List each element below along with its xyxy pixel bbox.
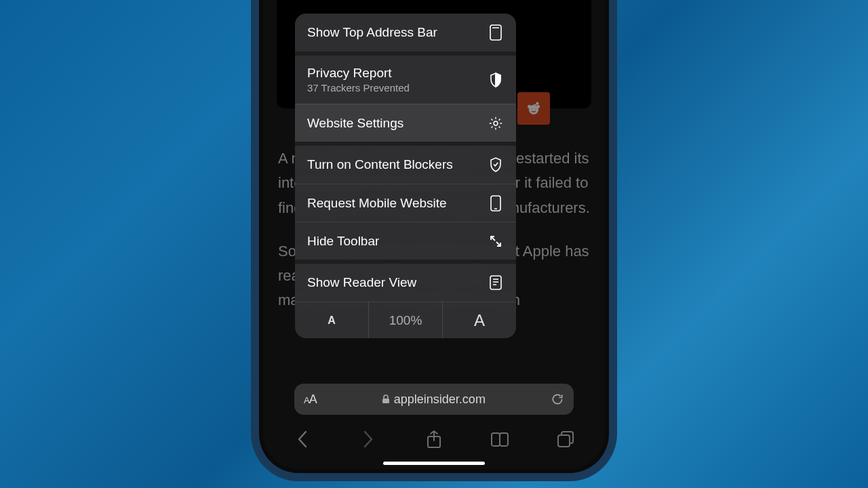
menu-item-label: Privacy Report: [307, 66, 488, 81]
show-top-address-bar-item[interactable]: Show Top Address Bar: [295, 14, 516, 52]
menu-item-label: Hide Toolbar: [307, 234, 488, 249]
expand-arrows-icon: [488, 233, 504, 249]
home-indicator[interactable]: [383, 462, 485, 465]
phone-screen: A new report claims that Apple has resta…: [263, 0, 605, 469]
font-decrease-button[interactable]: A: [295, 302, 368, 338]
reload-icon[interactable]: [551, 392, 564, 406]
menu-item-label: Turn on Content Blockers: [307, 157, 488, 172]
gear-icon: [488, 115, 504, 131]
menu-item-label: Show Top Address Bar: [307, 25, 488, 40]
address-bar[interactable]: AA appleinsider.com: [294, 384, 574, 415]
svg-rect-12: [490, 276, 501, 289]
website-settings-item[interactable]: Website Settings: [295, 104, 516, 142]
phone-bezel: A new report claims that Apple has resta…: [259, 0, 609, 473]
address-bar-center[interactable]: appleinsider.com: [317, 392, 551, 407]
menu-item-label: Website Settings: [307, 116, 488, 131]
request-mobile-website-item[interactable]: Request Mobile Website: [295, 184, 516, 222]
tabs-button[interactable]: [555, 428, 576, 450]
svg-rect-16: [382, 399, 389, 403]
phone-icon: [488, 195, 504, 211]
address-bar-top-icon: [488, 24, 504, 41]
reader-icon: [488, 274, 504, 291]
address-bar-domain: appleinsider.com: [394, 392, 486, 407]
font-increase-button[interactable]: A: [442, 302, 516, 338]
share-button[interactable]: [423, 428, 445, 450]
page-settings-menu: Show Top Address Bar Privacy Report 37 T…: [295, 14, 516, 338]
bookmarks-button[interactable]: [489, 428, 511, 450]
back-button[interactable]: [292, 428, 313, 450]
menu-item-label: Request Mobile Website: [307, 196, 488, 211]
privacy-report-item[interactable]: Privacy Report 37 Trackers Prevented: [295, 56, 516, 104]
show-reader-view-item[interactable]: Show Reader View: [295, 264, 516, 302]
hide-toolbar-item[interactable]: Hide Toolbar: [295, 222, 516, 260]
font-size-row: A 100% A: [295, 302, 516, 338]
browser-toolbar: [277, 424, 591, 454]
shield-icon: [488, 72, 504, 88]
font-percent-label[interactable]: 100%: [368, 302, 442, 338]
forward-button[interactable]: [357, 428, 379, 450]
svg-point-9: [494, 121, 498, 125]
text-size-icon[interactable]: AA: [304, 392, 317, 407]
content-blockers-item[interactable]: Turn on Content Blockers: [295, 146, 516, 184]
menu-item-label: Show Reader View: [307, 275, 488, 290]
shield-check-icon: [488, 157, 504, 173]
phone-frame: A new report claims that Apple has resta…: [251, 0, 617, 481]
svg-rect-18: [558, 435, 570, 447]
lock-icon: [382, 394, 390, 404]
menu-item-subtitle: 37 Trackers Prevented: [307, 82, 488, 94]
